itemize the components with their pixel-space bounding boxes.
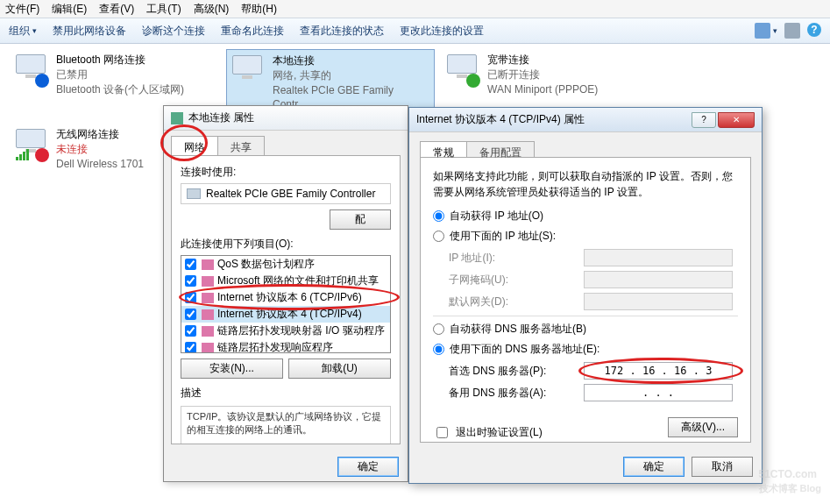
alternate-dns-input[interactable]: . . .	[584, 384, 733, 401]
disable-device-button[interactable]: 禁用此网络设备	[53, 24, 126, 39]
radio-auto-dns[interactable]	[433, 323, 444, 335]
tab-network[interactable]: 网络	[171, 136, 218, 155]
tab-general[interactable]: 常规	[420, 141, 467, 157]
bluetooth-icon	[35, 74, 49, 88]
local-connection-properties-dialog: 本地连接 属性 网络 共享 连接时使用: Realtek PCIe GBE Fa…	[163, 105, 408, 482]
validate-checkbox[interactable]	[436, 427, 448, 438]
menu-edit[interactable]: 编辑(E)	[52, 2, 87, 17]
change-settings-button[interactable]: 更改此连接的设置	[400, 24, 484, 39]
chk-ipv6[interactable]	[185, 292, 196, 303]
uninstall-button[interactable]: 卸载(U)	[288, 358, 391, 379]
adapter-box: Realtek PCIe GBE Family Controller	[181, 183, 391, 204]
adapter-name: Realtek PCIe GBE Family Controller	[206, 188, 375, 200]
signal-bars-icon	[16, 149, 29, 160]
dlg2-cancel-button[interactable]: 取消	[692, 457, 753, 477]
chk-ms-file-print[interactable]	[185, 275, 196, 287]
dlg1-titlebar[interactable]: 本地连接 属性	[164, 106, 408, 131]
tab-sharing[interactable]: 共享	[217, 136, 265, 155]
dlg1-ok-button[interactable]: 确定	[337, 457, 399, 477]
disconnected-icon	[35, 148, 49, 162]
desc-label: 描述	[181, 386, 391, 401]
desc-text: TCP/IP。该协议是默认的广域网络协议，它提的相互连接的网络上的通讯。	[181, 406, 391, 444]
install-button[interactable]: 安装(N)...	[181, 358, 283, 379]
protocol-listbox[interactable]: QoS 数据包计划程序 Microsoft 网络的文件和打印机共享 Intern…	[181, 255, 391, 353]
chk-lltd-responder[interactable]	[185, 342, 196, 353]
dlg1-title: 本地连接 属性	[188, 110, 254, 125]
preferred-dns-input[interactable]: 172 . 16 . 16 . 3	[584, 362, 733, 380]
network-icon	[171, 112, 183, 124]
dlg2-title: Internet 协议版本 4 (TCP/IPv4) 属性	[416, 112, 585, 127]
view-mode-icon[interactable]	[755, 23, 777, 39]
configure-button[interactable]: 配	[330, 209, 391, 230]
menu-tools[interactable]: 工具(T)	[146, 2, 181, 17]
menubar: 文件(F) 编辑(E) 查看(V) 工具(T) 高级(N) 帮助(H)	[0, 0, 830, 18]
close-button[interactable]: ✕	[718, 112, 755, 128]
adapter-icon	[187, 188, 201, 199]
diagnose-button[interactable]: 诊断这个连接	[142, 24, 205, 39]
dlg2-titlebar[interactable]: Internet 协议版本 4 (TCP/IPv4) 属性 ? ✕	[409, 108, 762, 132]
check-icon	[466, 74, 480, 88]
menu-advanced[interactable]: 高级(N)	[194, 2, 230, 17]
preview-pane-icon[interactable]	[784, 23, 800, 39]
rename-button[interactable]: 重命名此连接	[221, 24, 284, 39]
view-status-button[interactable]: 查看此连接的状态	[300, 24, 384, 39]
ip-address-input	[584, 249, 733, 266]
menu-help[interactable]: 帮助(H)	[241, 2, 277, 17]
radio-manual-ip[interactable]	[433, 231, 444, 242]
radio-auto-ip[interactable]	[433, 210, 444, 222]
chk-ipv4[interactable]	[185, 309, 196, 320]
radio-manual-dns[interactable]	[433, 344, 444, 355]
note-text: 如果网络支持此功能，则可以获取自动指派的 IP 设置。否则，您需要从网络系统管理…	[433, 168, 738, 200]
tab-alternate[interactable]: 备用配置	[466, 141, 535, 157]
watermark: 51CTO.com 技术博客 Blog	[759, 462, 822, 495]
gateway-input	[584, 293, 733, 310]
chk-lltd-mapper[interactable]	[185, 325, 196, 337]
items-label: 此连接使用下列项目(O):	[181, 237, 391, 252]
tcpipv4-properties-dialog: Internet 协议版本 4 (TCP/IPv4) 属性 ? ✕ 常规 备用配…	[408, 107, 763, 484]
advanced-button[interactable]: 高级(V)...	[668, 417, 738, 437]
chk-qos[interactable]	[185, 259, 196, 270]
menu-view[interactable]: 查看(V)	[99, 2, 134, 17]
organize-button[interactable]: 组织	[9, 24, 37, 39]
subnet-mask-input	[584, 271, 733, 288]
connect-using-label: 连接时使用:	[181, 165, 391, 180]
menu-file[interactable]: 文件(F)	[5, 2, 39, 17]
help-icon[interactable]: ?	[807, 23, 821, 37]
toolbar: 组织 禁用此网络设备 诊断这个连接 重命名此连接 查看此连接的状态 更改此连接的…	[0, 18, 830, 44]
dlg2-ok-button[interactable]: 确定	[623, 457, 685, 477]
help-button[interactable]: ?	[692, 112, 716, 128]
